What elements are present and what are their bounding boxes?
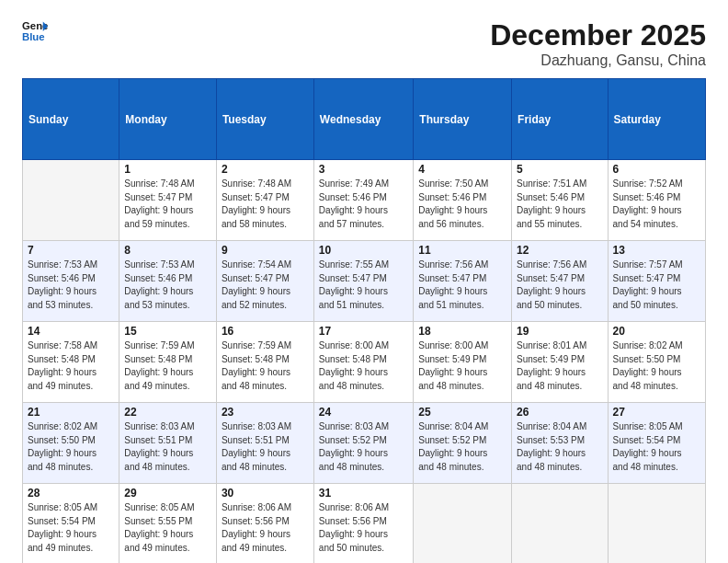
day-detail: Sunrise: 8:04 AM Sunset: 5:52 PM Dayligh… <box>418 420 506 474</box>
table-row: 8Sunrise: 7:53 AM Sunset: 5:46 PM Daylig… <box>119 241 217 322</box>
day-detail: Sunrise: 8:06 AM Sunset: 5:56 PM Dayligh… <box>222 501 309 555</box>
day-detail: Sunrise: 7:57 AM Sunset: 5:47 PM Dayligh… <box>613 259 700 312</box>
day-number: 7 <box>28 244 114 257</box>
day-detail: Sunrise: 7:52 AM Sunset: 5:46 PM Dayligh… <box>613 178 700 231</box>
day-detail: Sunrise: 8:00 AM Sunset: 5:48 PM Dayligh… <box>319 339 408 393</box>
table-row: 5Sunrise: 7:51 AM Sunset: 5:46 PM Daylig… <box>512 160 608 241</box>
calendar-header-row: Sunday Monday Tuesday Wednesday Thursday… <box>23 79 706 160</box>
day-number: 4 <box>418 163 506 176</box>
day-number: 8 <box>124 244 211 257</box>
day-detail: Sunrise: 8:03 AM Sunset: 5:52 PM Dayligh… <box>319 420 408 474</box>
day-number: 9 <box>222 244 309 257</box>
table-row: 31Sunrise: 8:06 AM Sunset: 5:56 PM Dayli… <box>313 484 413 564</box>
calendar-week-row: 7Sunrise: 7:53 AM Sunset: 5:46 PM Daylig… <box>23 241 706 322</box>
day-number: 1 <box>124 163 211 176</box>
day-number: 22 <box>124 406 211 419</box>
table-row: 16Sunrise: 7:59 AM Sunset: 5:48 PM Dayli… <box>216 322 313 403</box>
table-row: 6Sunrise: 7:52 AM Sunset: 5:46 PM Daylig… <box>608 160 705 241</box>
day-detail: Sunrise: 8:00 AM Sunset: 5:49 PM Dayligh… <box>418 339 506 393</box>
table-row: 22Sunrise: 8:03 AM Sunset: 5:51 PM Dayli… <box>119 403 217 484</box>
day-number: 21 <box>28 406 114 419</box>
day-number: 18 <box>418 325 506 338</box>
logo-icon: General Blue <box>22 18 48 44</box>
table-row: 9Sunrise: 7:54 AM Sunset: 5:47 PM Daylig… <box>216 241 313 322</box>
table-row: 2Sunrise: 7:48 AM Sunset: 5:47 PM Daylig… <box>216 160 313 241</box>
table-row: 3Sunrise: 7:49 AM Sunset: 5:46 PM Daylig… <box>313 160 413 241</box>
day-detail: Sunrise: 7:59 AM Sunset: 5:48 PM Dayligh… <box>222 339 309 393</box>
day-number: 5 <box>517 163 602 176</box>
header-sunday: Sunday <box>23 79 119 160</box>
day-detail: Sunrise: 8:02 AM Sunset: 5:50 PM Dayligh… <box>28 420 114 474</box>
table-row: 24Sunrise: 8:03 AM Sunset: 5:52 PM Dayli… <box>313 403 413 484</box>
day-number: 27 <box>613 406 700 419</box>
table-row: 20Sunrise: 8:02 AM Sunset: 5:50 PM Dayli… <box>608 322 705 403</box>
table-row <box>512 484 608 564</box>
day-detail: Sunrise: 7:50 AM Sunset: 5:46 PM Dayligh… <box>418 178 506 231</box>
header-wednesday: Wednesday <box>313 79 413 160</box>
calendar-table: Sunday Monday Tuesday Wednesday Thursday… <box>22 78 706 563</box>
title-block: December 2025 Dazhuang, Gansu, China <box>490 18 706 69</box>
table-row: 19Sunrise: 8:01 AM Sunset: 5:49 PM Dayli… <box>512 322 608 403</box>
day-detail: Sunrise: 7:56 AM Sunset: 5:47 PM Dayligh… <box>517 259 602 312</box>
day-detail: Sunrise: 8:03 AM Sunset: 5:51 PM Dayligh… <box>124 420 211 474</box>
table-row: 25Sunrise: 8:04 AM Sunset: 5:52 PM Dayli… <box>414 403 512 484</box>
page-header: General Blue December 2025 Dazhuang, Gan… <box>22 18 706 69</box>
table-row: 4Sunrise: 7:50 AM Sunset: 5:46 PM Daylig… <box>414 160 512 241</box>
table-row: 13Sunrise: 7:57 AM Sunset: 5:47 PM Dayli… <box>608 241 705 322</box>
table-row: 29Sunrise: 8:05 AM Sunset: 5:55 PM Dayli… <box>119 484 217 564</box>
day-detail: Sunrise: 8:06 AM Sunset: 5:56 PM Dayligh… <box>319 501 408 555</box>
table-row <box>608 484 705 564</box>
day-detail: Sunrise: 7:56 AM Sunset: 5:47 PM Dayligh… <box>418 259 506 312</box>
day-number: 16 <box>222 325 309 338</box>
day-detail: Sunrise: 8:02 AM Sunset: 5:50 PM Dayligh… <box>613 339 700 393</box>
table-row: 28Sunrise: 8:05 AM Sunset: 5:54 PM Dayli… <box>23 484 119 564</box>
day-detail: Sunrise: 8:01 AM Sunset: 5:49 PM Dayligh… <box>517 339 602 393</box>
day-number: 31 <box>319 487 408 500</box>
month-title: December 2025 <box>490 18 706 52</box>
day-number: 30 <box>222 487 309 500</box>
logo: General Blue <box>22 18 48 44</box>
location: Dazhuang, Gansu, China <box>490 52 706 69</box>
day-detail: Sunrise: 7:53 AM Sunset: 5:46 PM Dayligh… <box>124 259 211 312</box>
day-detail: Sunrise: 7:53 AM Sunset: 5:46 PM Dayligh… <box>28 259 114 312</box>
header-monday: Monday <box>119 79 217 160</box>
table-row <box>414 484 512 564</box>
day-detail: Sunrise: 7:48 AM Sunset: 5:47 PM Dayligh… <box>124 178 211 231</box>
header-tuesday: Tuesday <box>216 79 313 160</box>
table-row: 18Sunrise: 8:00 AM Sunset: 5:49 PM Dayli… <box>414 322 512 403</box>
table-row: 10Sunrise: 7:55 AM Sunset: 5:47 PM Dayli… <box>313 241 413 322</box>
day-number: 19 <box>517 325 602 338</box>
day-detail: Sunrise: 7:51 AM Sunset: 5:46 PM Dayligh… <box>517 178 602 231</box>
table-row: 27Sunrise: 8:05 AM Sunset: 5:54 PM Dayli… <box>608 403 705 484</box>
table-row: 30Sunrise: 8:06 AM Sunset: 5:56 PM Dayli… <box>216 484 313 564</box>
table-row: 15Sunrise: 7:59 AM Sunset: 5:48 PM Dayli… <box>119 322 217 403</box>
day-detail: Sunrise: 7:49 AM Sunset: 5:46 PM Dayligh… <box>319 178 408 231</box>
day-number: 29 <box>124 487 211 500</box>
day-number: 26 <box>517 406 602 419</box>
day-number: 3 <box>319 163 408 176</box>
day-detail: Sunrise: 7:55 AM Sunset: 5:47 PM Dayligh… <box>319 259 408 312</box>
day-number: 10 <box>319 244 408 257</box>
table-row: 17Sunrise: 8:00 AM Sunset: 5:48 PM Dayli… <box>313 322 413 403</box>
day-number: 6 <box>613 163 700 176</box>
day-number: 23 <box>222 406 309 419</box>
table-row: 23Sunrise: 8:03 AM Sunset: 5:51 PM Dayli… <box>216 403 313 484</box>
calendar-week-row: 21Sunrise: 8:02 AM Sunset: 5:50 PM Dayli… <box>23 403 706 484</box>
day-number: 17 <box>319 325 408 338</box>
calendar-week-row: 28Sunrise: 8:05 AM Sunset: 5:54 PM Dayli… <box>23 484 706 564</box>
day-number: 25 <box>418 406 506 419</box>
header-thursday: Thursday <box>414 79 512 160</box>
day-detail: Sunrise: 7:48 AM Sunset: 5:47 PM Dayligh… <box>222 178 309 231</box>
calendar-week-row: 1Sunrise: 7:48 AM Sunset: 5:47 PM Daylig… <box>23 160 706 241</box>
header-friday: Friday <box>512 79 608 160</box>
day-number: 28 <box>28 487 114 500</box>
table-row: 12Sunrise: 7:56 AM Sunset: 5:47 PM Dayli… <box>512 241 608 322</box>
day-detail: Sunrise: 8:05 AM Sunset: 5:54 PM Dayligh… <box>28 501 114 555</box>
day-number: 24 <box>319 406 408 419</box>
svg-text:Blue: Blue <box>22 31 45 42</box>
day-number: 13 <box>613 244 700 257</box>
day-number: 11 <box>418 244 506 257</box>
table-row: 11Sunrise: 7:56 AM Sunset: 5:47 PM Dayli… <box>414 241 512 322</box>
day-number: 2 <box>222 163 309 176</box>
table-row: 14Sunrise: 7:58 AM Sunset: 5:48 PM Dayli… <box>23 322 119 403</box>
